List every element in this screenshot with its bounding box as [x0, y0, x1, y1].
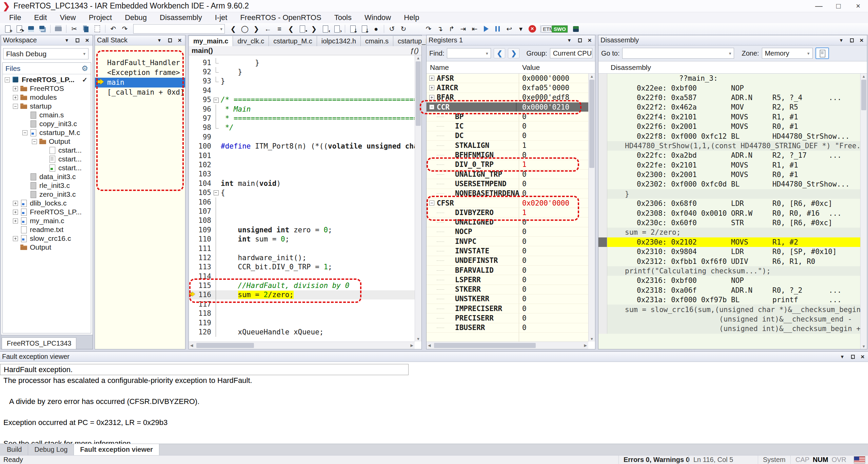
- scroll-down-icon[interactable]: ▼: [415, 337, 421, 341]
- toolbar-button[interactable]: ↴: [434, 24, 446, 34]
- tree-expander-icon[interactable]: [13, 201, 18, 206]
- fold-marker-icon[interactable]: [211, 207, 221, 216]
- fold-marker-icon[interactable]: [211, 253, 221, 262]
- toolbar-button[interactable]: [540, 25, 540, 33]
- fold-marker-icon[interactable]: [211, 170, 221, 179]
- disassembly-gutter[interactable]: [598, 170, 607, 179]
- output-tab[interactable]: Fault exception viewer: [74, 444, 159, 455]
- fold-marker-icon[interactable]: [211, 318, 221, 327]
- value-column-header[interactable]: Value: [519, 63, 540, 72]
- fold-marker-icon[interactable]: [211, 132, 221, 141]
- disassembly-row[interactable]: 0x2308: 0xf040 0x0010 ORR.W R0, R0, #16 …: [598, 208, 860, 218]
- fold-marker-icon[interactable]: [211, 114, 221, 123]
- tree-item[interactable]: cstart...: [3, 146, 91, 155]
- register-row[interactable]: USERSETMPEND 0: [427, 179, 588, 189]
- tree-item[interactable]: FreeRTOS_LP...: [3, 208, 91, 216]
- zone-select[interactable]: Memory ▾: [762, 48, 813, 59]
- pin-icon[interactable]: [576, 37, 583, 44]
- fold-marker-icon[interactable]: [211, 244, 221, 253]
- disassembly-gutter[interactable]: [598, 179, 607, 189]
- tree-item[interactable]: FreeRTOS_LP... ✓: [3, 75, 91, 84]
- panel-close-button[interactable]: ×: [176, 37, 183, 44]
- pin-icon[interactable]: [74, 37, 80, 44]
- tree-expander-icon[interactable]: [5, 77, 10, 82]
- disassembly-row[interactable]: ??main_3:: [598, 74, 860, 83]
- panel-close-button[interactable]: ×: [859, 353, 866, 360]
- register-row[interactable]: DC 0: [427, 131, 588, 141]
- disassembly-row[interactable]: 0x230e: 0x2102 MOVS R1, #2: [598, 237, 860, 247]
- call-stack-frame[interactable]: main: [95, 78, 185, 88]
- toolbar-button[interactable]: ●: [370, 24, 382, 34]
- tree-item[interactable]: my_main.c: [3, 216, 91, 225]
- tree-item[interactable]: slow_crc16.c: [3, 234, 91, 243]
- toolbar-button[interactable]: [480, 24, 492, 34]
- toolbar-button[interactable]: [384, 25, 384, 33]
- tree-item[interactable]: Output: [3, 243, 91, 252]
- disassembly-row[interactable]: sum = 2/zero;: [598, 228, 860, 237]
- register-row[interactable]: INVPC 0: [427, 237, 588, 246]
- function-list-icon[interactable]: ƒ(): [410, 46, 419, 55]
- code-editor[interactable]: 91 } 92 } 93 } 94: [189, 55, 415, 342]
- disassembly-gutter[interactable]: [598, 74, 607, 83]
- scroll-down-icon[interactable]: ▼: [589, 337, 595, 341]
- menu-item[interactable]: Edit: [27, 12, 53, 23]
- disassembly-row[interactable]: 0x22fe: 0x2101 MOVS R1, #1: [598, 160, 860, 170]
- disassembly-row[interactable]: 0x230c: 0x60f0 STR R0, [R6, #0xc]: [598, 218, 860, 228]
- find-previous-button[interactable]: ❮: [494, 48, 505, 58]
- tree-item[interactable]: cmain.s: [3, 111, 91, 119]
- disassembly-row[interactable]: 0x2310: 0x9804 LDR R0, [SP, #0x10]: [598, 247, 860, 256]
- toolbar-button[interactable]: ↺: [386, 24, 398, 34]
- toolbar-button[interactable]: [570, 24, 581, 34]
- disassembly-row[interactable]: HD44780_StrShow(1,1,(const HD44780_STRIN…: [598, 141, 860, 151]
- register-expander-icon[interactable]: [429, 95, 434, 100]
- disassembly-gutter[interactable]: [598, 102, 607, 112]
- tree-expander-icon[interactable]: [13, 86, 18, 91]
- fold-marker-icon[interactable]: [211, 104, 221, 114]
- register-row[interactable]: IC 0: [427, 121, 588, 131]
- fold-marker-icon[interactable]: [211, 95, 221, 104]
- disassembly-gutter[interactable]: [598, 83, 607, 93]
- fold-marker-icon[interactable]: [211, 327, 221, 336]
- toolbar-button[interactable]: [492, 24, 504, 34]
- call-stack-frame[interactable]: [_call_main + 0xd]: [95, 88, 185, 97]
- register-group-select[interactable]: Current CPU Registers: [550, 48, 592, 58]
- disassembly-gutter[interactable]: [598, 314, 607, 324]
- disassembly-gutter[interactable]: [598, 324, 607, 333]
- gear-icon[interactable]: ⚙: [81, 64, 88, 73]
- editor-vertical-scrollbar[interactable]: ▲ ▼: [415, 55, 421, 342]
- fold-marker-icon[interactable]: [211, 188, 221, 197]
- menu-item[interactable]: FreeRTOS - OpenRTOS: [234, 12, 328, 23]
- fold-marker-icon[interactable]: [211, 234, 221, 244]
- register-row[interactable]: CFSR 0x0200'0000: [427, 198, 588, 208]
- fold-marker-icon[interactable]: [211, 77, 221, 86]
- tree-item[interactable]: rle_init3.c: [3, 181, 91, 190]
- fold-marker-icon[interactable]: [211, 67, 221, 76]
- menu-item[interactable]: Help: [397, 12, 426, 23]
- disassembly-gutter[interactable]: [598, 237, 607, 247]
- toolbar-button[interactable]: ◯: [239, 24, 251, 34]
- register-row[interactable]: UNALIGNED 0: [427, 217, 588, 227]
- panel-menu-button[interactable]: ▾: [838, 37, 845, 44]
- register-row[interactable]: BFAR 0xe000'edf8: [427, 93, 588, 102]
- pin-icon[interactable]: [848, 37, 855, 44]
- fold-marker-icon[interactable]: [211, 123, 221, 132]
- disassembly-row[interactable]: 0x22f2: 0x462a MOV R2, R5: [598, 102, 860, 112]
- register-row[interactable]: AFSR 0x0000'0000: [427, 74, 588, 83]
- tree-item[interactable]: startup: [3, 102, 91, 111]
- search-input[interactable]: ▾: [133, 24, 225, 34]
- toolbar-button[interactable]: [568, 25, 568, 33]
- scroll-up-icon[interactable]: ▲: [861, 74, 867, 78]
- register-row[interactable]: IMPRECISERR 0: [427, 304, 588, 313]
- disassembly-gutter[interactable]: [598, 141, 607, 151]
- menu-item[interactable]: View: [53, 12, 82, 23]
- register-row[interactable]: DIV_0_TRP 1: [427, 160, 588, 170]
- maximize-button[interactable]: □: [829, 0, 848, 12]
- disassembly-row[interactable]: 0x2312: 0xfbb1 0xf6f0 UDIV R6, R1, R0: [598, 256, 860, 266]
- toolbar-button[interactable]: [80, 24, 92, 34]
- toolbar-button[interactable]: ↻: [398, 24, 409, 34]
- toolbar-button[interactable]: ↷: [119, 24, 131, 34]
- toolbar-button[interactable]: [37, 24, 48, 34]
- menu-item[interactable]: Project: [82, 12, 118, 23]
- disassembly-gutter[interactable]: [598, 276, 607, 285]
- fold-marker-icon[interactable]: [211, 58, 221, 67]
